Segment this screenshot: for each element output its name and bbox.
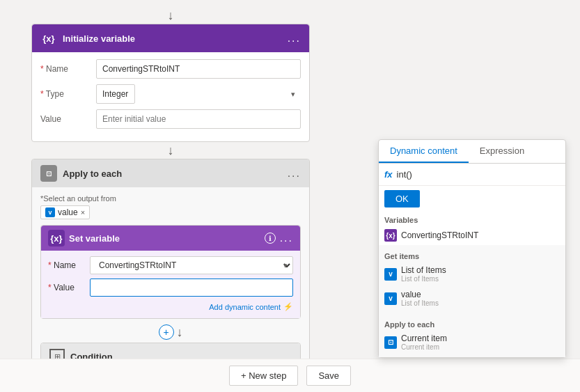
list-items-text-block: List of Items List of Items (401, 265, 446, 283)
set-variable-header: {x} Set variable ℹ ... (41, 226, 300, 251)
panel-search-area: fx (379, 164, 565, 186)
ok-button-area: OK (379, 186, 565, 212)
apply-to-each-card: ⊡ Apply to each ... *Select an output fr… (31, 159, 310, 392)
fx-label: fx (384, 169, 393, 180)
initialize-variable-title: Initialize variable (63, 33, 288, 44)
sv-value-row: Value (48, 279, 293, 297)
lightning-icon: ⚡ (283, 302, 293, 311)
set-variable-body: Name ConvertingSTRtoINT Value (41, 251, 300, 318)
get-items-section: Get items v List of Items List of Items … (379, 245, 565, 313)
variables-section-title: Variables (379, 212, 565, 226)
name-input[interactable] (96, 59, 301, 79)
value-item-sub: List of Items (401, 299, 439, 307)
set-variable-menu[interactable]: ... (280, 232, 293, 244)
connector-arrow-inner: ↓ (177, 325, 183, 340)
value-text-block: value List of Items (401, 290, 439, 307)
current-item-item[interactable]: ⊡ Current item Current item (379, 330, 565, 354)
add-dynamic-label: Add dynamic content (209, 303, 281, 311)
value-item-label: value (401, 290, 439, 299)
list-items-sub: List of Items (401, 275, 446, 283)
list-items-label: List of Items (401, 265, 446, 275)
info-icon[interactable]: ℹ (265, 233, 276, 244)
tab-dynamic-content[interactable]: Dynamic content (379, 140, 469, 163)
tag-icon: v (45, 207, 55, 217)
value-label: Value (40, 114, 96, 124)
type-select-wrapper: Integer (96, 84, 301, 104)
sv-value-input[interactable] (90, 279, 293, 297)
list-of-items-item[interactable]: v List of Items List of Items (379, 262, 565, 286)
get-items-title: Get items (379, 248, 565, 262)
current-item-icon: ⊡ (384, 336, 397, 349)
apply-to-each-title: Apply to each (63, 168, 288, 179)
converting-item-icon: {x} (384, 229, 397, 242)
initialize-variable-card: {x} Initialize variable ... Name Type In… (31, 24, 310, 142)
sv-name-select-wrapper: ConvertingSTRtoINT (90, 256, 293, 274)
apply-to-each-section: Apply to each ⊡ Current item Current ite… (379, 313, 565, 357)
connector-arrow-2: ↓ (0, 142, 341, 159)
add-step-plus[interactable]: + (159, 324, 174, 340)
current-item-label: Current item (401, 334, 447, 343)
apply-to-each-menu[interactable]: ... (288, 167, 301, 180)
current-item-sub: Current item (401, 343, 447, 351)
select-output-label: *Select an output from (40, 194, 301, 203)
type-row: Type Integer (40, 84, 301, 104)
tag-close-icon[interactable]: × (81, 208, 85, 217)
apply-to-each-header: ⊡ Apply to each ... (32, 159, 309, 187)
initialize-variable-menu[interactable]: ... (288, 32, 301, 45)
type-label: Type (40, 89, 96, 99)
value-item[interactable]: v value List of Items (379, 286, 565, 311)
expression-input[interactable] (397, 169, 560, 180)
current-item-text-block: Current item Current item (401, 334, 447, 351)
apply-to-each-dyn-title: Apply to each (379, 316, 565, 330)
value-row: Value (40, 109, 301, 129)
bottom-bar: + New step Save (0, 359, 580, 392)
sv-value-label: Value (48, 283, 90, 292)
type-select[interactable]: Integer (96, 84, 135, 104)
initialize-variable-icon: {x} (40, 30, 57, 47)
converting-item-label: ConvertingSTRtoINT (401, 230, 478, 240)
sv-name-select[interactable]: ConvertingSTRtoINT (90, 256, 293, 274)
set-variable-title: Set variable (69, 233, 265, 244)
apply-to-each-icon: ⊡ (40, 165, 57, 182)
sv-name-label: Name (48, 260, 90, 270)
value-item-icon: v (384, 292, 397, 305)
save-button[interactable]: Save (306, 366, 351, 386)
converting-item[interactable]: {x} ConvertingSTRtoINT (379, 226, 565, 245)
tag-label: value (58, 207, 78, 217)
tab-expression[interactable]: Expression (469, 140, 535, 163)
panel-tabs: Dynamic content Expression (379, 140, 565, 164)
ok-button[interactable]: OK (384, 190, 420, 207)
value-input[interactable] (96, 109, 301, 129)
connector-buttons: + ↓ (40, 324, 301, 340)
name-label: Name (40, 64, 96, 74)
new-step-button[interactable]: + New step (229, 366, 298, 386)
dynamic-content-panel: Dynamic content Expression fx OK Variabl… (378, 139, 566, 358)
connector-arrow-top: ↓ (0, 7, 341, 24)
list-items-icon: v (384, 268, 397, 281)
value-tag[interactable]: v value × (40, 205, 90, 219)
set-variable-card: {x} Set variable ℹ ... Name ConvertingST… (40, 225, 301, 319)
initialize-variable-header: {x} Initialize variable ... (32, 24, 309, 52)
name-row: Name (40, 59, 301, 79)
flow-canvas: ↓ {x} Initialize variable ... Name Type … (0, 0, 341, 392)
set-variable-icon: {x} (48, 230, 65, 246)
sv-name-row: Name ConvertingSTRtoINT (48, 256, 293, 274)
add-dynamic-link[interactable]: Add dynamic content ⚡ (48, 301, 293, 313)
initialize-variable-body: Name Type Integer Value (32, 52, 309, 141)
